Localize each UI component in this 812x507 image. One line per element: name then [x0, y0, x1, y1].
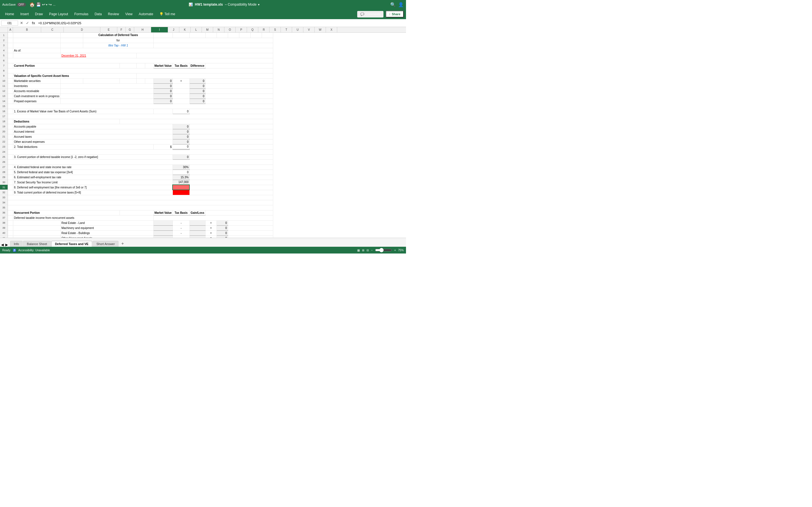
search-icon[interactable]: 🔍: [390, 2, 396, 7]
undo-icon[interactable]: ↩: [42, 2, 45, 7]
cell-a3[interactable]: [8, 43, 13, 48]
cell-j7[interactable]: Difference: [190, 63, 205, 68]
cell-a38[interactable]: [8, 220, 13, 225]
menu-page-layout[interactable]: Page Layout: [46, 11, 71, 17]
row-num-24[interactable]: 24: [0, 149, 8, 154]
cell-a29[interactable]: [8, 175, 13, 180]
cell-m1[interactable]: [228, 33, 239, 38]
cell-a4[interactable]: [8, 48, 13, 53]
cell-i20[interactable]: 0: [172, 129, 190, 134]
cell-a37[interactable]: [8, 215, 13, 220]
autosave-toggle[interactable]: OFF: [17, 3, 26, 6]
cell-d1[interactable]: Calculation of Deferred Taxes: [83, 33, 153, 38]
cell-b38[interactable]: [13, 220, 60, 225]
cell-a41[interactable]: [8, 235, 13, 238]
cell-i41-eq2[interactable]: =: [205, 235, 216, 238]
row-num-12[interactable]: 12: [0, 89, 8, 94]
cell-i22[interactable]: 0: [172, 139, 190, 144]
cell-a1[interactable]: [8, 33, 13, 38]
undo-dropdown-icon[interactable]: ▾: [46, 3, 47, 6]
col-header-h[interactable]: H: [134, 27, 151, 33]
cell-i13[interactable]: [172, 94, 190, 99]
cell-o1[interactable]: [250, 33, 262, 38]
cell-c38[interactable]: Real Estate - Land: [60, 220, 153, 225]
cell-a36[interactable]: [8, 210, 13, 215]
mode-dropdown[interactable]: ▾: [258, 3, 259, 6]
cell-b1[interactable]: [13, 33, 60, 38]
cell-i27[interactable]: 30%: [172, 165, 190, 170]
home-icon[interactable]: 🏠: [29, 2, 35, 7]
row-num-10[interactable]: 10: [0, 78, 8, 83]
row-num-4[interactable]: 4: [0, 48, 8, 53]
row-num-39[interactable]: 39: [0, 225, 8, 230]
cell-i40-eq[interactable]: -: [172, 230, 190, 235]
col-header-e[interactable]: E: [100, 27, 117, 33]
add-sheet-button[interactable]: +: [119, 240, 126, 247]
cell-p1[interactable]: [262, 33, 273, 38]
row-num-28[interactable]: 28: [0, 170, 8, 175]
cell-h14[interactable]: 0: [153, 99, 172, 104]
cell-h11[interactable]: 0: [153, 83, 172, 89]
cell-b41[interactable]: [13, 235, 60, 238]
cell-g10[interactable]: [145, 78, 153, 83]
row-num-16[interactable]: 16: [0, 109, 8, 114]
row-num-15[interactable]: 15: [0, 104, 8, 109]
row-num-2[interactable]: 2: [0, 38, 8, 43]
cell-b22[interactable]: Other accrued expenses: [13, 139, 172, 144]
row-num-25[interactable]: 25: [0, 154, 8, 159]
cell-h41[interactable]: [153, 235, 172, 238]
tab-info[interactable]: Info: [10, 241, 22, 247]
row-num-13[interactable]: 13: [0, 94, 8, 99]
cell-f10[interactable]: [137, 78, 145, 83]
menu-tell-me[interactable]: 💡Tell me: [156, 11, 178, 17]
cell-i39-eq2[interactable]: =: [205, 225, 216, 230]
cell-i39-eq[interactable]: -: [172, 225, 190, 230]
cell-k1[interactable]: [205, 33, 216, 38]
cell-b2[interactable]: [13, 38, 60, 43]
cell-b27[interactable]: 4. Estimated federal and state income ta…: [13, 165, 172, 170]
cell-c39[interactable]: Machinery and equipment: [60, 225, 153, 230]
cell-i16[interactable]: 0: [172, 109, 190, 114]
cell-h12[interactable]: 0: [153, 89, 172, 94]
cell-i39[interactable]: [190, 225, 205, 230]
cell-h40[interactable]: [153, 230, 172, 235]
col-header-n[interactable]: N: [213, 27, 224, 33]
cell-a5[interactable]: [8, 53, 13, 58]
cell-a28[interactable]: [8, 170, 13, 175]
cell-b4[interactable]: As of:: [13, 48, 60, 53]
row-num-8[interactable]: 8: [0, 68, 8, 73]
cell-a22[interactable]: [8, 139, 13, 144]
cell-i38[interactable]: [190, 220, 205, 225]
cell-a39[interactable]: [8, 225, 13, 230]
menu-home[interactable]: Home: [2, 11, 17, 17]
cell-b31[interactable]: 8. Deferred self-employment tax [the min…: [13, 185, 172, 190]
col-header-c[interactable]: C: [41, 27, 64, 33]
cell-i10[interactable]: =: [172, 78, 190, 83]
cell-i38-eq2[interactable]: =: [205, 220, 216, 225]
row-num-30[interactable]: 30: [0, 180, 8, 185]
cell-c3[interactable]: [60, 43, 83, 48]
cell-i32[interactable]: [172, 190, 190, 195]
cell-a16[interactable]: [8, 109, 13, 114]
cell-a7[interactable]: [8, 63, 13, 68]
cell-b16[interactable]: 1. Excess of Market Value over Tax Basis…: [13, 109, 153, 114]
cell-b3[interactable]: [13, 43, 60, 48]
row-num-11[interactable]: 11: [0, 83, 8, 89]
cell-i14[interactable]: [172, 99, 190, 104]
row-num-18[interactable]: 18: [0, 119, 8, 124]
cell-h23[interactable]: $: [153, 144, 172, 149]
cell-b19[interactable]: Accounts payable: [13, 124, 172, 129]
row-num-21[interactable]: 21: [0, 134, 8, 139]
row-num-38[interactable]: 38: [0, 220, 8, 225]
row-num-1[interactable]: 1: [0, 33, 8, 38]
cell-b28[interactable]: 5. Deferred federal and state tax expens…: [13, 170, 172, 175]
cell-a21[interactable]: [8, 134, 13, 139]
cell-b10[interactable]: Marketable securities: [13, 78, 60, 83]
cell-b25[interactable]: 3. Current portion of deferred taxable i…: [13, 154, 172, 159]
menu-formulas[interactable]: Formulas: [71, 11, 91, 17]
cell-b37[interactable]: Deferred taxable income from noncurrent …: [13, 215, 153, 220]
cell-reference-input[interactable]: [1, 20, 18, 25]
cell-i36[interactable]: Tax Basis: [172, 210, 190, 215]
row-num-31[interactable]: 31: [0, 185, 8, 190]
cell-a2[interactable]: [8, 38, 13, 43]
